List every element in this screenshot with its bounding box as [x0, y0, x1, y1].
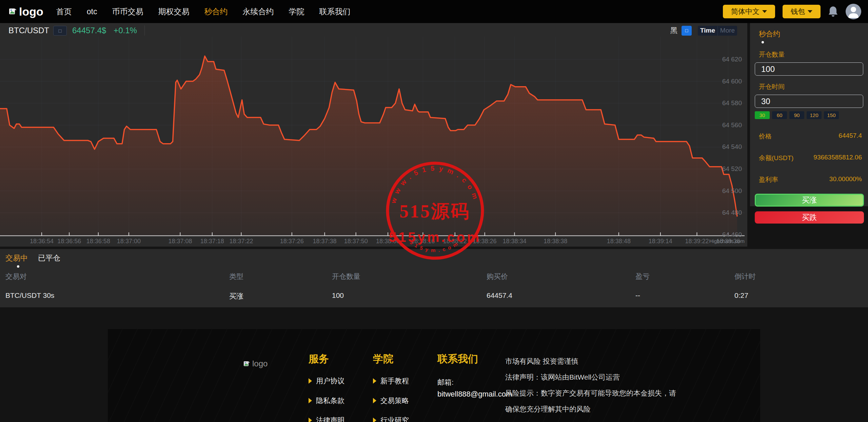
price-row: 价格 64457.4	[750, 132, 868, 141]
navbar-right: 简体中文 钱包	[723, 4, 861, 19]
orders-cell-0: BTC/USDT 30s	[5, 291, 229, 301]
svg-text:18:38:00: 18:38:00	[376, 238, 400, 245]
nav-item-5[interactable]: 永续合约	[242, 6, 274, 17]
pair-select-button[interactable]: □	[53, 26, 67, 36]
footer-box: logo 服务用户协议隐私条款法律声明关于我们 学院新手教程交易策略行业研究市场…	[108, 329, 760, 422]
orders-col-header-5: 倒计时	[734, 272, 868, 281]
logo[interactable]: logo	[9, 5, 43, 18]
person-icon	[846, 4, 861, 19]
balance-value: 93663585812.06	[813, 154, 862, 162]
svg-text:18:36:54: 18:36:54	[30, 238, 54, 245]
footer-link-1-0[interactable]: 新手教程	[373, 376, 409, 386]
svg-text:18:39:14: 18:39:14	[649, 238, 672, 245]
balance-label: 余额(USDT)	[759, 154, 793, 162]
price-value: 64457.4	[839, 132, 862, 141]
highcharts-credits[interactable]: Highcharts.com	[709, 238, 745, 244]
chevron-down-icon	[762, 10, 767, 13]
orders-cell-4: --	[635, 291, 734, 301]
svg-text:18:36:56: 18:36:56	[57, 238, 81, 245]
profit-rate-label: 盈利率	[759, 175, 778, 184]
buy-up-button[interactable]: 买涨	[755, 194, 864, 207]
footer-link-0-2[interactable]: 法律声明	[309, 416, 344, 422]
profit-rate-row: 盈利率 30.00000%	[750, 175, 868, 184]
orders-cell-5: 0:27	[734, 291, 868, 301]
footer-column-academy: 学院新手教程交易策略行业研究市场动态	[373, 352, 409, 422]
open-time-input[interactable]	[755, 95, 863, 108]
tab-more[interactable]: More	[717, 26, 737, 36]
orders-section: 交易中 已平仓 交易对类型开仓数量购买价盈亏倒计时 BTC/USDT 30s买涨…	[0, 249, 868, 307]
duration-button-120[interactable]: 120	[807, 111, 822, 119]
trade-panel: 秒合约 开仓数量 开仓时间 306090120150 价格 64457.4 余额…	[750, 23, 868, 206]
svg-text:18:37:38: 18:37:38	[313, 238, 336, 245]
duration-button-150[interactable]: 150	[824, 111, 839, 119]
price-change: +0.1%	[114, 26, 137, 35]
nav-item-3[interactable]: 期权交易	[158, 6, 189, 17]
orders-col-header-0: 交易对	[5, 272, 229, 281]
footer-heading-1: 学院	[373, 352, 409, 366]
svg-text:64 540: 64 540	[722, 143, 742, 150]
svg-text:18:37:50: 18:37:50	[344, 238, 368, 245]
arrow-right-icon	[373, 418, 376, 422]
open-amount-input[interactable]	[755, 62, 863, 76]
buy-down-button[interactable]: 买跌	[755, 211, 864, 224]
price-chart[interactable]: 18:36:5418:36:5618:36:5818:37:0018:37:08…	[0, 23, 747, 247]
footer-heading-0: 服务	[309, 352, 344, 366]
svg-text:18:39:22: 18:39:22	[685, 238, 709, 245]
tab-trading[interactable]: 交易中	[5, 253, 28, 263]
duration-button-60[interactable]: 60	[772, 111, 787, 119]
tab-trading-indicator-dot	[17, 265, 19, 268]
nav-item-0[interactable]: 首页	[56, 6, 72, 17]
nav-item-1[interactable]: otc	[87, 7, 97, 16]
contact-heading: 联系我们	[437, 352, 512, 366]
svg-text:64 580: 64 580	[722, 99, 742, 107]
wallet-button[interactable]: 钱包	[783, 5, 821, 18]
theme-toggle-button[interactable]: □	[682, 26, 692, 36]
svg-text:18:38:48: 18:38:48	[607, 238, 631, 245]
price-label: 价格	[759, 132, 772, 141]
language-button[interactable]: 简体中文	[723, 5, 775, 18]
nav-item-4[interactable]: 秒合约	[204, 6, 228, 17]
panel-title-indicator-dot	[762, 41, 764, 43]
email-value[interactable]: bitwell888@gmail.com	[437, 390, 512, 399]
svg-text:18:37:26: 18:37:26	[280, 238, 304, 245]
chevron-down-icon	[808, 10, 812, 13]
footer-link-0-1[interactable]: 隐私条款	[309, 396, 344, 405]
svg-text:18:37:22: 18:37:22	[229, 238, 253, 245]
theme-black-label[interactable]: 黑	[670, 26, 677, 35]
orders-col-header-2: 开仓数量	[332, 272, 487, 281]
svg-text:18:38:16: 18:38:16	[411, 238, 435, 245]
tab-closed[interactable]: 已平仓	[38, 253, 60, 263]
orders-tabs: 交易中 已平仓	[0, 249, 868, 268]
nav-item-6[interactable]: 学院	[289, 6, 304, 17]
svg-text:64 460: 64 460	[722, 231, 742, 238]
svg-text:18:38:22: 18:38:22	[443, 238, 467, 245]
user-avatar[interactable]	[846, 4, 861, 19]
arrow-right-icon	[373, 398, 376, 403]
svg-text:64 620: 64 620	[722, 56, 742, 63]
nav-item-2[interactable]: 币币交易	[112, 6, 143, 17]
footer-disclaimer: 市场有风险 投资需谨慎法律声明：该网站由BitWell公司运营风险提示：数字资产…	[505, 356, 695, 420]
orders-cell-2: 100	[332, 291, 487, 301]
disclaimer-line-1: 法律声明：该网站由BitWell公司运营	[505, 372, 695, 382]
chart-area-fill	[0, 56, 737, 236]
nav-item-7[interactable]: 联系我们	[319, 6, 350, 17]
duration-button-90[interactable]: 90	[789, 111, 804, 119]
footer-link-1-2[interactable]: 行业研究	[373, 416, 409, 422]
svg-text:18:38:38: 18:38:38	[544, 238, 567, 245]
svg-text:18:37:18: 18:37:18	[200, 238, 224, 245]
footer-link-1-1[interactable]: 交易策略	[373, 396, 409, 405]
svg-text:18:37:00: 18:37:00	[117, 238, 141, 245]
arrow-right-icon	[309, 378, 312, 384]
tab-time[interactable]: Time	[698, 26, 717, 36]
header-divider	[144, 25, 145, 36]
notification-bell-icon[interactable]	[828, 6, 838, 17]
open-time-label: 开仓时间	[759, 82, 868, 91]
svg-text:64 500: 64 500	[722, 187, 742, 194]
svg-text:18:38:26: 18:38:26	[473, 238, 497, 245]
orders-col-header-3: 购买价	[487, 272, 635, 281]
footer-link-0-0[interactable]: 用户协议	[309, 376, 344, 386]
duration-button-row: 306090120150	[755, 111, 868, 119]
duration-button-30[interactable]: 30	[755, 111, 770, 119]
logo-text: logo	[19, 5, 43, 18]
svg-text:64 600: 64 600	[722, 78, 742, 85]
